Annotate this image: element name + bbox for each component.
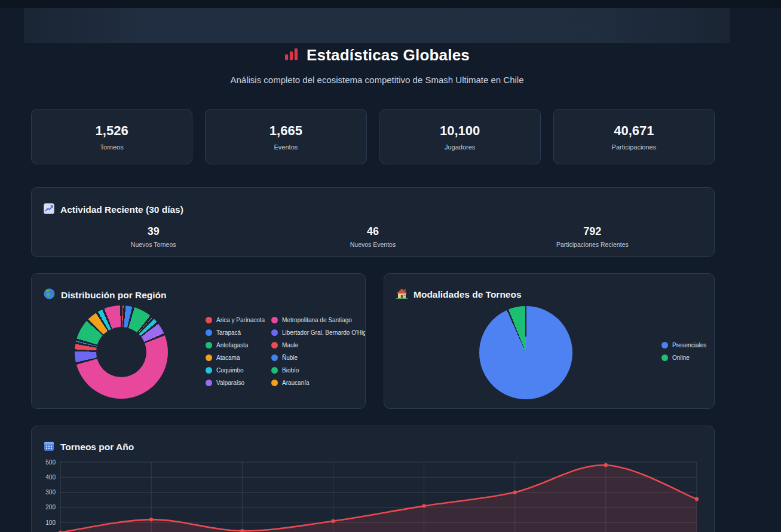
stat-card: 1,665Eventos <box>205 109 366 164</box>
data-point <box>331 519 335 522</box>
year-card-title: Torneos por Año <box>60 442 134 452</box>
legend-swatch-icon <box>271 380 278 386</box>
torneos-line-chart: 500400300200100 <box>36 455 710 532</box>
recent-activity-title: Actividad Reciente (30 días) <box>60 204 183 215</box>
activity-stat-value: 792 <box>483 225 702 238</box>
legend-label: Biobío <box>282 367 299 374</box>
stat-label: Jugadores <box>445 143 475 151</box>
activity-stat-label: Nuevos Torneos <box>44 241 263 248</box>
stat-value: 10,100 <box>440 123 480 139</box>
recent-activity-stats: 39Nuevos Torneos46Nuevos Eventos792Parti… <box>44 225 702 248</box>
legend-swatch-icon <box>206 329 212 336</box>
legend-swatch-icon <box>271 317 278 323</box>
legend-item[interactable]: Online <box>661 354 706 362</box>
stat-label: Participaciones <box>612 143 657 151</box>
activity-stat-label: Participaciones Recientes <box>483 241 702 248</box>
activity-stat-label: Nuevos Eventos <box>263 241 482 248</box>
doughnut-hole <box>96 327 146 377</box>
legend-swatch-icon <box>206 354 212 361</box>
legend-item[interactable]: Tarapacá <box>206 329 271 337</box>
line-area-fill <box>60 465 697 532</box>
stat-card: 1,526Torneos <box>31 109 192 164</box>
stats-row: 1,526Torneos1,665Eventos10,100Jugadores4… <box>31 109 715 164</box>
calendar-icon <box>44 441 54 454</box>
chart-increasing-icon <box>44 203 54 216</box>
legend-item[interactable]: Metropolitana de Santiago <box>271 316 366 324</box>
legend-item[interactable]: Presenciales <box>661 341 706 349</box>
region-doughnut-chart <box>75 305 168 399</box>
legend-label: Maule <box>282 342 298 348</box>
legend-column: Metropolitana de SantiagoLibertador Gral… <box>271 316 366 387</box>
legend-item[interactable]: Maule <box>271 341 366 349</box>
global-stats-page: { "page": { "title": "Estadísticas Globa… <box>0 0 781 532</box>
bar-chart-icon <box>284 48 298 63</box>
stat-value: 1,526 <box>96 123 128 139</box>
legend-label: Coquimbo <box>216 367 244 374</box>
stat-label: Eventos <box>274 143 298 151</box>
y-axis-tick-label: 200 <box>45 504 56 510</box>
activity-stat: 39Nuevos Torneos <box>44 225 263 248</box>
legend-item[interactable]: Valparaíso <box>206 379 271 387</box>
torneos-por-anio-card: Torneos por Año 500400300200100 <box>31 426 715 532</box>
legend-item[interactable]: Atacama <box>206 354 271 362</box>
data-point <box>422 504 425 507</box>
legend-label: Online <box>672 354 690 361</box>
stat-value: 1,665 <box>269 123 302 139</box>
y-axis-tick-label: 500 <box>45 459 56 466</box>
legend-item[interactable]: Antofagasta <box>206 341 271 349</box>
legend-swatch-icon <box>271 354 278 361</box>
legend-label: Arica y Parinacota <box>216 317 265 323</box>
house-icon <box>396 288 408 301</box>
top-bar <box>0 0 781 8</box>
legend-item[interactable]: Biobío <box>271 366 366 374</box>
stat-label: Torneos <box>100 143 124 151</box>
main-content: Estadísticas Globales Análisis completo … <box>24 8 730 532</box>
header-banner <box>24 8 730 43</box>
modalities-card: Modalidades de Torneos PresencialesOnlin… <box>384 273 715 409</box>
y-axis-tick-label: 100 <box>45 519 56 526</box>
data-point <box>240 529 244 532</box>
region-card-header: Distribución por Región <box>44 288 353 302</box>
legend-label: Atacama <box>216 354 240 361</box>
legend-swatch-icon <box>271 342 278 348</box>
legend-swatch-icon <box>206 342 212 348</box>
activity-stat: 792Participaciones Recientes <box>483 225 702 248</box>
region-card-title: Distribución por Región <box>61 290 167 301</box>
legend-item[interactable]: Libertador Gral. Bernardo O'Higgi <box>271 329 366 337</box>
data-point <box>604 463 608 467</box>
activity-stat: 46Nuevos Eventos <box>263 225 482 248</box>
data-point <box>695 497 699 501</box>
legend-label: Tarapacá <box>216 329 241 336</box>
legend-item[interactable]: Coquimbo <box>206 366 271 374</box>
legend-item[interactable]: Araucanía <box>271 379 366 387</box>
year-card-header: Torneos por Año <box>44 441 702 454</box>
stat-value: 40,671 <box>614 123 654 139</box>
data-point <box>513 490 517 494</box>
legend-item[interactable]: Ñuble <box>271 354 366 362</box>
region-distribution-card: Distribución por Región Arica y Parinaco… <box>31 273 366 409</box>
page-header: Estadísticas Globales <box>24 45 730 65</box>
page-subtitle: Análisis completo del ecosistema competi… <box>24 75 730 85</box>
legend-item[interactable]: Arica y Parinacota <box>206 316 271 324</box>
legend-swatch-icon <box>206 367 212 374</box>
legend-label: Libertador Gral. Bernardo O'Higgi <box>282 329 366 336</box>
legend-label: Ñuble <box>282 354 298 361</box>
legend-swatch-icon <box>206 380 212 386</box>
legend-label: Antofagasta <box>216 342 248 348</box>
legend-swatch-icon <box>661 342 668 348</box>
region-chart-legend: Arica y ParinacotaTarapacáAntofagastaAta… <box>206 316 366 387</box>
stat-card: 40,671Participaciones <box>553 109 715 164</box>
legend-swatch-icon <box>206 317 212 323</box>
legend-label: Araucanía <box>282 380 310 386</box>
legend-swatch-icon <box>271 367 278 374</box>
legend-label: Presenciales <box>672 342 706 348</box>
legend-swatch-icon <box>271 329 278 336</box>
legend-label: Valparaíso <box>216 380 244 386</box>
legend-column: Arica y ParinacotaTarapacáAntofagastaAta… <box>206 316 271 387</box>
activity-stat-value: 46 <box>263 225 482 238</box>
legend-swatch-icon <box>661 354 668 361</box>
y-axis-tick-label: 400 <box>45 474 56 481</box>
data-point <box>149 518 153 521</box>
recent-activity-card: Actividad Reciente (30 días) 39Nuevos To… <box>31 187 715 257</box>
modalities-chart-legend: PresencialesOnline <box>661 341 706 362</box>
